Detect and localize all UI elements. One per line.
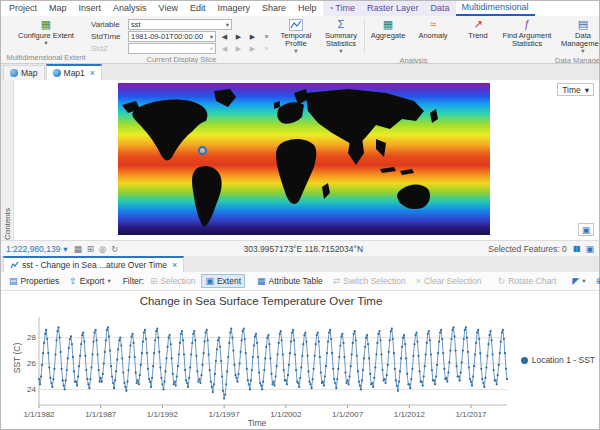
temporal-profile-button[interactable]: Temporal Profile ▾	[274, 17, 318, 55]
tab-time-label: Time	[335, 1, 355, 16]
group-label-current-display-slice: Current Display Slice	[91, 54, 272, 64]
view-tab-map1[interactable]: Map1 ×	[46, 64, 103, 80]
pause-drawing-icon[interactable]: ▮▮	[573, 244, 580, 253]
properties-label: Properties	[21, 276, 60, 286]
rotate-chart-label: Rotate Chart	[508, 276, 556, 286]
view-mode-icon[interactable]: ▣	[585, 244, 594, 254]
map-canvas[interactable]: Time ▾ ▣	[14, 80, 599, 240]
sigma-icon: Σ	[334, 18, 348, 31]
clear-selection-button: × Clear Selection	[412, 274, 486, 288]
find-argument-statistics-button[interactable]: ƒ Find Argument Statistics	[501, 17, 553, 55]
stdz-step-back-button: ◀	[219, 43, 230, 54]
arcgis-pro-window: Project Map Insert Analysis View Edit Im…	[0, 0, 600, 430]
filter-by-selection-button: ⊞ Selection	[146, 274, 200, 288]
export-label: Export	[80, 276, 105, 286]
close-icon[interactable]: ×	[90, 68, 95, 78]
switch-selection-label: Switch Selection	[343, 276, 405, 286]
legend-label: Location 1 - SST	[532, 355, 595, 365]
map-icon	[10, 69, 18, 77]
tab-raster-layer[interactable]: Raster Layer	[361, 1, 425, 16]
trend-icon: ↗	[471, 18, 485, 31]
group-label-analysis: Analysis	[274, 55, 553, 64]
tab-time[interactable]: ◔ Time	[323, 1, 362, 16]
clear-selection-icon: ×	[416, 276, 421, 286]
chart-panel-tab[interactable]: sst - Change in Sea ...ature Over Time ×	[3, 256, 184, 272]
locate-icon[interactable]: ◎	[99, 244, 106, 254]
properties-icon: ▤	[9, 276, 18, 286]
grid-toggle-icon[interactable]: ⊞	[87, 244, 94, 254]
stdtime-step-forward-button[interactable]: ▶	[233, 31, 244, 42]
tab-data[interactable]: Data	[425, 1, 456, 16]
trend-button[interactable]: ↗ Trend	[456, 17, 500, 55]
chevron-down-icon: ▾	[226, 21, 229, 29]
attribute-table-button[interactable]: ▦ Attribute Table	[253, 274, 327, 288]
stdz-step-forward-button: ▶	[233, 43, 244, 54]
chevron-down-icon: ▾	[339, 48, 342, 55]
sst-raster-layer	[118, 83, 490, 235]
sst-line-chart[interactable]: 2426281/1/19821/1/19871/1/19921/1/19971/…	[13, 313, 511, 423]
tab-map[interactable]: Map	[43, 1, 73, 16]
stdtime-skip-end-button[interactable]: »	[261, 31, 272, 42]
rotate-chart-button: ↻ Rotate Chart	[494, 274, 561, 288]
chevron-down-icon: ▾	[210, 45, 213, 53]
view-tab-map1-label: Map1	[64, 68, 85, 78]
aggregate-icon: ▦	[381, 18, 395, 31]
svg-text:24: 24	[27, 385, 36, 394]
close-icon[interactable]: ×	[172, 260, 177, 270]
clock-icon: ◔	[329, 1, 334, 16]
tab-edit[interactable]: Edit	[184, 1, 212, 16]
tab-imagery[interactable]: Imagery	[211, 1, 256, 16]
chevron-down-icon: ▾	[585, 85, 589, 95]
filter-selection-label: Selection	[160, 276, 195, 286]
scale-dropdown[interactable]: 1:222,980,139 ▾	[6, 244, 68, 254]
chart-zoom-button[interactable]: ⊕	[592, 274, 600, 288]
tab-share[interactable]: Share	[256, 1, 292, 16]
zoom-in-icon: ⊕	[596, 276, 600, 286]
variable-label: Variable	[91, 20, 125, 29]
chart-legend[interactable]: Location 1 - SST	[521, 355, 595, 365]
time-dropdown-button[interactable]: Time ▾	[557, 83, 594, 96]
cursor-icon: ◤	[572, 276, 579, 286]
refresh-icon[interactable]: ↻	[111, 244, 118, 254]
map-view-row: Contents	[1, 80, 599, 240]
switch-selection-button: ⇄ Switch Selection	[329, 274, 410, 288]
filter-by-extent-button[interactable]: ▣ Extent	[201, 274, 245, 288]
chart-pointer-tool-button[interactable]: ◤ ▾	[568, 274, 589, 288]
tab-view[interactable]: View	[153, 1, 184, 16]
group-analysis: Temporal Profile ▾ Σ Summary Statistics …	[273, 17, 554, 63]
contents-pane-tab[interactable]: Contents	[1, 80, 14, 240]
map-overview-button[interactable]: ▣	[578, 223, 594, 236]
tab-insert[interactable]: Insert	[73, 1, 108, 16]
stdz-play-button: ▶	[247, 43, 258, 54]
snapping-icon[interactable]: ▦	[74, 244, 82, 254]
chart-export-button[interactable]: ⇧ Export ▾	[65, 274, 114, 288]
aggregate-label: Aggregate	[371, 32, 406, 40]
variable-dropdown[interactable]: sst ▾	[128, 19, 232, 30]
stdtime-dropdown[interactable]: 1981-09-01T00:00:00 ▾	[128, 31, 216, 42]
tab-project[interactable]: Project	[3, 1, 43, 16]
data-management-button[interactable]: ▤ Data Management ▾	[555, 17, 599, 55]
tab-multidimensional[interactable]: Multidimensional	[456, 1, 535, 16]
stdtime-play-button[interactable]: ▶	[247, 31, 258, 42]
chart-panel-tab-strip: sst - Change in Sea ...ature Over Time ×	[1, 256, 599, 272]
overview-icon: ▣	[582, 225, 591, 235]
tab-analysis[interactable]: Analysis	[107, 1, 153, 16]
anomaly-button[interactable]: ≈ Anomaly	[411, 17, 455, 55]
ribbon-tab-strip: Project Map Insert Analysis View Edit Im…	[1, 1, 599, 16]
configure-extent-button[interactable]: ▦ Configure Extent ▾	[3, 17, 89, 52]
stdz-skip-end-button: »	[261, 43, 272, 54]
export-icon: ⇧	[69, 276, 77, 286]
switch-selection-icon: ⇄	[333, 276, 341, 286]
stdz-dropdown: ▾	[128, 43, 216, 54]
extent-icon: ▣	[205, 276, 214, 286]
aggregate-button[interactable]: ▦ Aggregate	[366, 17, 410, 55]
summary-statistics-button[interactable]: Σ Summary Statistics ▾	[319, 17, 363, 55]
group-label-data-management: Data Management	[555, 55, 599, 64]
chevron-down-icon: ▾	[294, 48, 297, 55]
stdtime-step-back-button[interactable]: ◀	[219, 31, 230, 42]
chevron-down-icon: ▾	[107, 277, 110, 285]
chevron-down-icon: ▾	[582, 277, 585, 285]
chart-properties-button[interactable]: ▤ Properties	[5, 274, 63, 288]
tab-help[interactable]: Help	[292, 1, 323, 16]
view-tab-map[interactable]: Map	[3, 65, 45, 80]
